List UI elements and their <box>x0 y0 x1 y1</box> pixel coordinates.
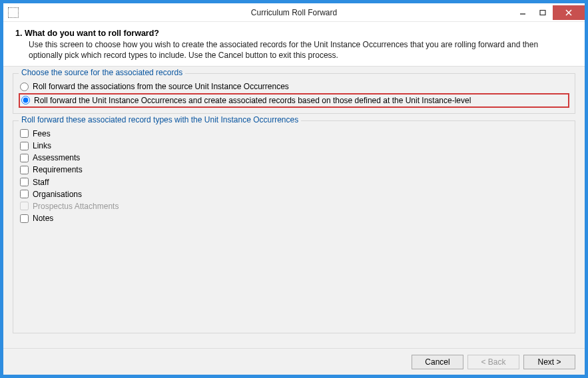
back-button: < Back <box>467 355 519 369</box>
minimize-icon <box>519 9 526 16</box>
checkbox-assessments[interactable] <box>20 154 29 162</box>
radio-option-source-uio[interactable]: Roll forward the associations from the s… <box>20 81 568 93</box>
checkbox-row-notes[interactable]: Notes <box>20 212 568 224</box>
checkbox-links[interactable] <box>20 142 29 150</box>
checkbox-requirements[interactable] <box>20 166 29 174</box>
checkbox-staff[interactable] <box>20 178 29 186</box>
checkbox-label: Fees <box>33 128 51 139</box>
checkbox-row-links[interactable]: Links <box>20 140 568 152</box>
checkbox-row-assessments[interactable]: Assessments <box>20 152 568 164</box>
next-button[interactable]: Next > <box>523 355 575 369</box>
wizard-header: 1. What do you want to roll forward? Use… <box>3 22 585 67</box>
record-types-groupbox: Roll forward these associated record typ… <box>13 120 575 333</box>
window-frame: Curriculum Roll Forward 1. What do you w… <box>3 3 585 375</box>
minimize-button[interactable] <box>513 5 533 20</box>
checkbox-row-prospectus-attachments: Prospectus Attachments <box>20 200 568 212</box>
checkbox-fees[interactable] <box>20 129 29 138</box>
titlebar: Curriculum Roll Forward <box>3 3 585 22</box>
radio-input-source-uio[interactable] <box>20 83 29 91</box>
step-description: Use this screen to choose how you wish t… <box>29 39 573 61</box>
window-title: Curriculum Roll Forward <box>3 8 585 17</box>
checkbox-label: Staff <box>33 177 49 188</box>
source-groupbox: Choose the source for the associated rec… <box>13 73 575 113</box>
source-legend: Choose the source for the associated rec… <box>19 68 185 77</box>
step-heading: 1. What do you want to roll forward? <box>15 29 573 38</box>
maximize-button[interactable] <box>533 5 553 20</box>
svg-rect-1 <box>540 10 545 15</box>
checkbox-row-organisations[interactable]: Organisations <box>20 188 568 200</box>
checkbox-organisations[interactable] <box>20 190 29 198</box>
checkbox-label: Organisations <box>33 189 82 200</box>
app-icon <box>8 7 19 18</box>
checkbox-notes[interactable] <box>20 214 29 223</box>
wizard-body: Choose the source for the associated rec… <box>3 67 585 348</box>
record-types-legend: Roll forward these associated record typ… <box>19 115 301 124</box>
radio-label: Roll forward the associations from the s… <box>33 81 289 92</box>
wizard-footer: Cancel < Back Next > <box>3 348 585 375</box>
checkbox-prospectus-attachments <box>20 202 29 210</box>
window-controls <box>513 5 585 20</box>
checkbox-label: Links <box>33 140 51 151</box>
cancel-button[interactable]: Cancel <box>412 355 463 369</box>
radio-option-unit-instance-level[interactable]: Roll forward the Unit Instance Occurrenc… <box>19 93 569 108</box>
maximize-icon <box>539 9 546 16</box>
checkbox-row-requirements[interactable]: Requirements <box>20 164 568 176</box>
radio-label: Roll forward the Unit Instance Occurrenc… <box>34 95 471 106</box>
radio-input-unit-instance-level[interactable] <box>21 96 30 104</box>
checkbox-row-fees[interactable]: Fees <box>20 128 568 140</box>
checkbox-label: Prospectus Attachments <box>33 201 119 212</box>
checkbox-label: Requirements <box>33 164 83 175</box>
close-button[interactable] <box>553 5 585 20</box>
checkbox-label: Notes <box>33 213 53 224</box>
checkbox-label: Assessments <box>33 152 80 163</box>
close-icon <box>565 9 573 17</box>
checkbox-row-staff[interactable]: Staff <box>20 176 568 188</box>
